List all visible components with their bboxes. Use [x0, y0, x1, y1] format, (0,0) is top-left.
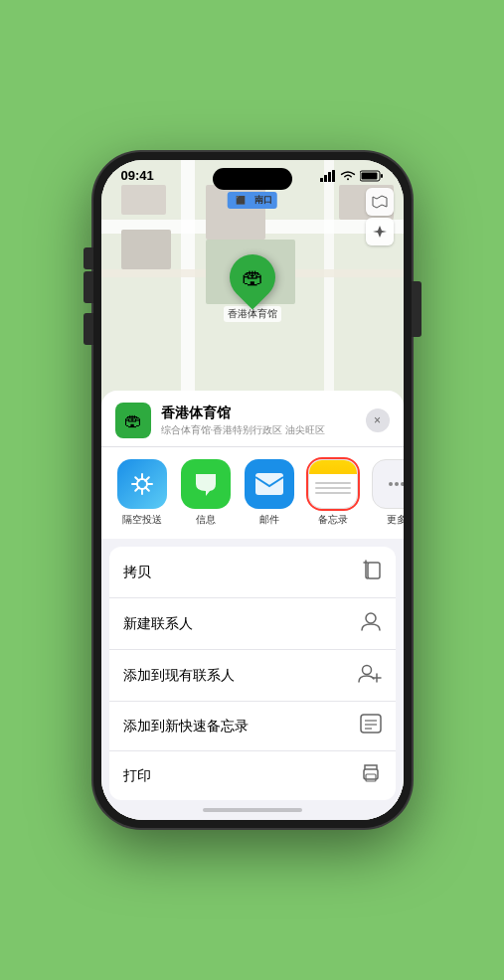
- svg-point-11: [362, 666, 371, 675]
- action-add-contact[interactable]: 添加到现有联系人: [109, 650, 396, 702]
- action-list: 拷贝 新建联系人: [109, 547, 396, 800]
- action-print-label: 打印: [123, 767, 151, 785]
- map-controls: [366, 188, 394, 245]
- venue-name: 香港体育馆: [161, 405, 356, 422]
- status-icons: [320, 170, 384, 182]
- svg-rect-9: [368, 563, 380, 578]
- svg-rect-0: [320, 178, 323, 182]
- close-button[interactable]: ×: [366, 408, 390, 432]
- action-quick-note[interactable]: 添加到新快速备忘录: [109, 702, 396, 751]
- svg-rect-2: [328, 172, 331, 182]
- svg-rect-19: [366, 774, 376, 781]
- copy-icon: [362, 559, 382, 585]
- print-icon: [360, 763, 382, 788]
- message-label: 信息: [196, 513, 216, 527]
- svg-rect-5: [381, 174, 383, 178]
- share-more[interactable]: 更多: [370, 459, 404, 527]
- new-contact-icon: [360, 610, 382, 637]
- svg-rect-14: [361, 715, 381, 733]
- quick-note-icon: [360, 714, 382, 738]
- volume-down-button: [84, 313, 93, 345]
- share-notes[interactable]: 备忘录: [306, 459, 360, 527]
- wifi-icon: [340, 170, 356, 182]
- action-print[interactable]: 打印: [109, 751, 396, 800]
- map-label: ⬛ 南口: [227, 192, 277, 209]
- svg-rect-3: [332, 170, 335, 182]
- status-time: 09:41: [121, 168, 154, 183]
- venue-sub: 综合体育馆·香港特别行政区 油尖旺区: [161, 423, 356, 437]
- share-airdrop[interactable]: 隔空投送: [115, 459, 169, 527]
- svg-rect-6: [361, 172, 377, 179]
- action-quick-note-label: 添加到新快速备忘录: [123, 718, 249, 735]
- location-pin: 🏟 香港体育馆: [224, 254, 281, 322]
- mail-label: 邮件: [259, 513, 279, 527]
- home-bar: [203, 808, 302, 812]
- phone-screen: 09:41: [101, 160, 404, 820]
- pin-circle: 🏟: [220, 245, 284, 309]
- add-contact-icon: [358, 662, 382, 689]
- home-indicator: [101, 800, 404, 820]
- dynamic-island: [213, 168, 292, 190]
- action-add-contact-label: 添加到现有联系人: [123, 667, 235, 685]
- notes-icon: [308, 459, 358, 509]
- pin-icon: 🏟: [242, 264, 263, 290]
- action-new-contact[interactable]: 新建联系人: [109, 598, 396, 650]
- more-label: 更多: [387, 513, 404, 527]
- mute-button: [84, 247, 93, 269]
- notes-label: 备忘录: [318, 513, 348, 527]
- power-button: [412, 281, 421, 337]
- message-icon: [181, 459, 231, 509]
- venue-icon: 🏟: [115, 403, 151, 438]
- share-row: 隔空投送 信息: [101, 446, 404, 539]
- svg-rect-1: [324, 175, 327, 182]
- svg-point-10: [366, 613, 376, 623]
- share-message[interactable]: 信息: [179, 459, 233, 527]
- share-mail[interactable]: 邮件: [243, 459, 296, 527]
- volume-up-button: [84, 271, 93, 303]
- sheet-header: 🏟 香港体育馆 综合体育馆·香港特别行政区 油尖旺区 ×: [101, 391, 404, 446]
- phone-frame: 09:41: [93, 152, 412, 828]
- airdrop-label: 隔空投送: [122, 513, 162, 527]
- more-icon: [372, 459, 404, 509]
- mail-icon: [245, 459, 294, 509]
- location-button[interactable]: [366, 218, 394, 245]
- action-copy-label: 拷贝: [123, 564, 151, 581]
- venue-info: 香港体育馆 综合体育馆·香港特别行政区 油尖旺区: [161, 405, 356, 437]
- map-type-button[interactable]: [366, 188, 394, 216]
- action-copy[interactable]: 拷贝: [109, 547, 396, 598]
- svg-rect-8: [255, 473, 283, 495]
- bottom-sheet: 🏟 香港体育馆 综合体育馆·香港特别行政区 油尖旺区 ×: [101, 391, 404, 820]
- action-new-contact-label: 新建联系人: [123, 615, 193, 633]
- battery-icon: [360, 170, 384, 182]
- signal-icon: [320, 170, 336, 182]
- airdrop-icon: [117, 459, 167, 509]
